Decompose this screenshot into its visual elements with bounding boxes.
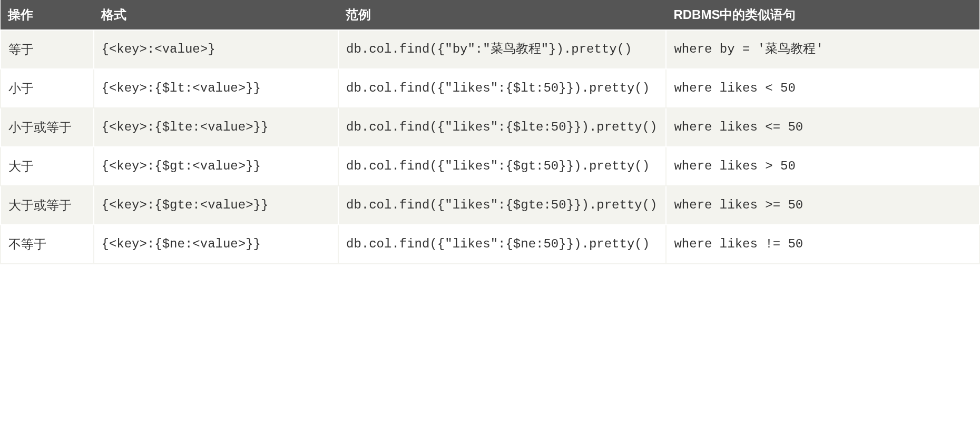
table-row: 大于 {<key>:{$gt:<value>}} db.col.find({"l… [1,147,979,186]
mongodb-operators-table: 操作 格式 范例 RDBMS中的类似语句 等于 {<key>:<value>} … [0,0,980,264]
cell-operation: 等于 [1,30,94,69]
table-row: 等于 {<key>:<value>} db.col.find({"by":"菜鸟… [1,30,979,69]
cell-example: db.col.find({"likes":{$gt:50}}).pretty() [338,147,666,186]
cell-operation: 大于 [1,147,94,186]
cell-operation: 大于或等于 [1,186,94,225]
cell-format: {<key>:{$lt:<value>}} [94,69,339,108]
cell-format: {<key>:{$gt:<value>}} [94,147,339,186]
header-operation: 操作 [1,0,94,30]
cell-rdbms: where likes > 50 [666,147,979,186]
cell-example: db.col.find({"by":"菜鸟教程"}).pretty() [338,30,666,69]
table-row: 小于或等于 {<key>:{$lte:<value>}} db.col.find… [1,108,979,147]
table-row: 大于或等于 {<key>:{$gte:<value>}} db.col.find… [1,186,979,225]
header-rdbms: RDBMS中的类似语句 [666,0,979,30]
table-header-row: 操作 格式 范例 RDBMS中的类似语句 [1,0,979,30]
cell-operation: 不等于 [1,225,94,264]
cell-operation: 小于或等于 [1,108,94,147]
table-row: 小于 {<key>:{$lt:<value>}} db.col.find({"l… [1,69,979,108]
cell-rdbms: where likes >= 50 [666,186,979,225]
cell-rdbms: where by = '菜鸟教程' [666,30,979,69]
cell-rdbms: where likes < 50 [666,69,979,108]
cell-rdbms: where likes != 50 [666,225,979,264]
header-example: 范例 [338,0,666,30]
cell-format: {<key>:{$lte:<value>}} [94,108,339,147]
cell-example: db.col.find({"likes":{$lte:50}}).pretty(… [338,108,666,147]
cell-example: db.col.find({"likes":{$ne:50}}).pretty() [338,225,666,264]
cell-example: db.col.find({"likes":{$lt:50}}).pretty() [338,69,666,108]
table-row: 不等于 {<key>:{$ne:<value>}} db.col.find({"… [1,225,979,264]
cell-example: db.col.find({"likes":{$gte:50}}).pretty(… [338,186,666,225]
cell-format: {<key>:{$ne:<value>}} [94,225,339,264]
cell-format: {<key>:<value>} [94,30,339,69]
cell-operation: 小于 [1,69,94,108]
cell-format: {<key>:{$gte:<value>}} [94,186,339,225]
cell-rdbms: where likes <= 50 [666,108,979,147]
header-format: 格式 [94,0,339,30]
